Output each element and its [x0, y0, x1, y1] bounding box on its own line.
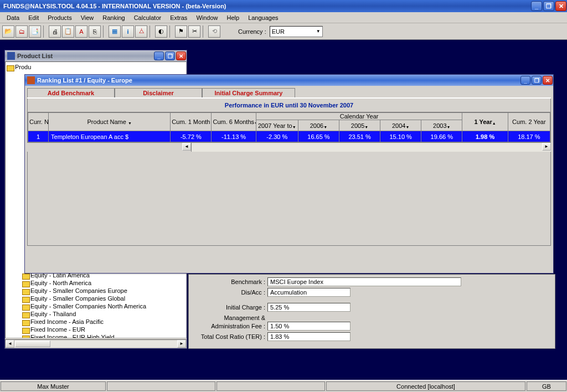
ranking-titlebar: Ranking List #1 / Equity - Europe _ ❐ ✕ — [25, 75, 553, 86]
tree-icon[interactable]: 🗂 — [16, 25, 28, 38]
pl-close-button[interactable]: ✕ — [176, 51, 186, 60]
mgmt-label2: Administration Fee : — [193, 323, 267, 329]
export-icon[interactable]: ⎘ — [89, 25, 101, 38]
menu-extras[interactable]: Extras — [166, 13, 192, 22]
product-list-titlebar: Product List _ ❐ ✕ — [5, 50, 187, 61]
window-icon — [27, 76, 35, 84]
table-row[interactable]: 1 Templeton European A acc $ -5.72 % -11… — [28, 131, 550, 142]
col-ytd[interactable]: 2007 Year to▼ — [256, 120, 298, 131]
grid-scroll-right-icon[interactable]: ► — [542, 143, 551, 151]
pdf-icon[interactable]: A — [75, 25, 87, 38]
col-calendar-year[interactable]: Calendar Year — [256, 113, 462, 120]
tree-item[interactable]: Equity - Smaller Companies North America — [7, 302, 185, 310]
folder-icon — [22, 327, 29, 333]
folder-icon — [22, 311, 29, 317]
chart-icon[interactable]: ⧊ — [135, 25, 147, 38]
cell-05: 23.51 % — [339, 131, 380, 142]
cell-2y: 18.17 % — [508, 131, 550, 142]
tree-item[interactable]: Equity - Smaller Companies Global — [7, 295, 185, 302]
menu-window[interactable]: Window — [192, 13, 222, 22]
tree-item[interactable]: Equity - North America — [7, 279, 185, 287]
ranking-title: Ranking List #1 / Equity - Europe — [37, 77, 132, 84]
initial-label: Initial Charge : — [193, 304, 267, 311]
cell-1m: -5.72 % — [171, 131, 212, 142]
tree-root[interactable]: Produ — [7, 63, 185, 71]
scroll-track[interactable] — [14, 340, 177, 348]
close-button[interactable]: ✕ — [555, 1, 566, 11]
tab-add-benchmark[interactable]: Add Benchmark — [27, 88, 115, 97]
app-title: FUNDS@NALYSIS.TOOL 4.04.15 - INTERNATION… — [3, 3, 226, 9]
menu-ranking[interactable]: Ranking — [98, 13, 129, 22]
maximize-button[interactable]: ❐ — [543, 1, 554, 11]
cell-no: 1 — [28, 131, 49, 142]
col-2004[interactable]: 2004▼ — [380, 120, 421, 131]
folder-icon — [22, 296, 29, 302]
disacc-value: Accumulation — [267, 288, 350, 297]
col-cum-6m[interactable]: Cum. 6 Months▼ — [212, 113, 256, 131]
col-2005[interactable]: 2005▼ — [339, 120, 380, 131]
ranking-window: Ranking List #1 / Equity - Europe _ ❐ ✕ … — [24, 74, 554, 274]
col-curr-no[interactable]: Curr. No. — [28, 113, 49, 131]
tree-item[interactable]: Fixed Income - EUR High Yield — [7, 333, 185, 338]
menu-calculator[interactable]: Calculator — [130, 13, 166, 22]
col-product-name[interactable]: Product Name ▼ — [49, 113, 171, 131]
ranking-grid: Curr. No. Product Name ▼ Cum. 1 Month▼ C… — [27, 112, 551, 143]
scroll-thumb[interactable] — [15, 341, 50, 347]
tree-item[interactable]: Fixed Income - EUR — [7, 326, 185, 333]
scroll-left-icon[interactable]: ◄ — [6, 340, 14, 348]
refresh-icon[interactable]: ⟲ — [208, 25, 220, 38]
rk-minimize-button[interactable]: _ — [520, 76, 530, 85]
cell-06: 16.65 % — [298, 131, 339, 142]
rk-maximize-button[interactable]: ❐ — [532, 76, 542, 85]
flag-icon[interactable]: ⚑ — [175, 25, 187, 38]
pie-icon[interactable]: ◐ — [155, 25, 167, 38]
menu-help[interactable]: Help — [223, 13, 244, 22]
mgmt-label1: Management & — [193, 314, 267, 321]
filter-icon[interactable]: ✂ — [188, 25, 200, 38]
menu-view[interactable]: View — [76, 13, 99, 22]
col-cum-2y[interactable]: Cum. 2 Year — [508, 113, 550, 131]
scroll-right-icon[interactable]: ► — [177, 340, 186, 348]
folder-icon — [22, 334, 29, 339]
menu-edit[interactable]: Edit — [24, 13, 43, 22]
menu-data[interactable]: Data — [2, 13, 24, 22]
pl-maximize-button[interactable]: ❐ — [165, 51, 175, 60]
col-2003[interactable]: 2003▼ — [421, 120, 462, 131]
grid-hscrollbar[interactable]: ◄ ► — [27, 143, 551, 152]
folder-icon — [22, 303, 29, 310]
tree-item[interactable]: Equity - Smaller Companies Europe — [7, 287, 185, 295]
col-1year[interactable]: 1 Year▲ — [462, 113, 508, 131]
menu-products[interactable]: Products — [43, 13, 76, 22]
cell-03: 19.66 % — [421, 131, 462, 142]
col-2006[interactable]: 2006▼ — [298, 120, 339, 131]
benchmark-label: Benchmark : — [193, 278, 267, 285]
menu-languages[interactable]: Languages — [244, 13, 282, 22]
folder-icon — [7, 64, 13, 70]
ter-label: Total Cost Ratio (TER) : — [193, 333, 267, 340]
grid-scroll-left-icon[interactable]: ◄ — [182, 143, 191, 151]
currency-value: EUR — [272, 28, 285, 35]
mgmt-value: 1.50 % — [267, 322, 350, 331]
info-icon[interactable]: i — [122, 25, 134, 38]
pl-minimize-button[interactable]: _ — [154, 51, 164, 60]
folder-icon — [22, 288, 29, 294]
window-icon — [7, 52, 15, 60]
col-cum-1m[interactable]: Cum. 1 Month▼ — [171, 113, 212, 131]
tree-hscrollbar[interactable]: ◄ ► — [5, 339, 187, 348]
print-icon[interactable]: 🖨 — [49, 25, 61, 38]
tab-disclaimer[interactable]: Disclaimer — [115, 88, 202, 97]
copy-icon[interactable]: 📋 — [62, 25, 74, 38]
list-icon[interactable]: 📑 — [29, 25, 41, 38]
benchmark-value: MSCI Europe Index — [267, 277, 461, 286]
folder-icon — [22, 280, 29, 286]
tree-item[interactable]: Equity - Thailand — [7, 310, 185, 318]
table-icon[interactable]: ▦ — [109, 25, 121, 38]
rk-close-button[interactable]: ✕ — [543, 76, 553, 85]
status-cell — [107, 381, 215, 391]
grid-blank-area — [27, 152, 551, 246]
tree-item[interactable]: Fixed Income - Asia Pacific — [7, 318, 185, 326]
open-icon[interactable]: 📂 — [2, 25, 14, 38]
tab-initial-charge[interactable]: Initial Charge Summary — [202, 88, 295, 97]
currency-select[interactable]: EUR ▼ — [270, 26, 323, 37]
minimize-button[interactable]: _ — [531, 1, 542, 11]
